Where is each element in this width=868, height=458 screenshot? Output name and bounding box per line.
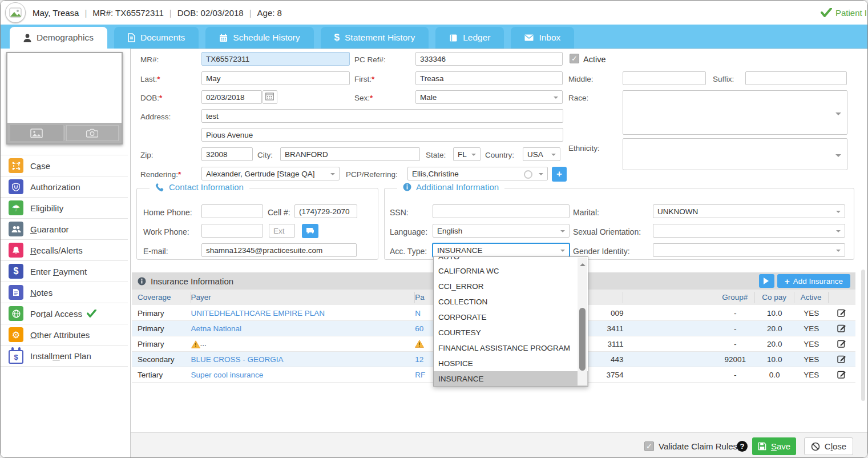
sidebar-item-guarantor[interactable]: Guarantor — [1, 219, 128, 240]
sidebar-item-portal-access[interactable]: Portal Access — [1, 303, 128, 324]
edit-insurance-button[interactable] — [829, 369, 855, 380]
dropdown-item[interactable]: FINANCIAL ASSISTANCE PROGRAM — [434, 340, 588, 356]
dob-label: DOB:* — [140, 94, 162, 102]
dropdown-item[interactable]: CCI_ERROR — [434, 279, 588, 294]
coverage-cell: Primary — [132, 340, 191, 348]
cell-phone-input[interactable]: (174)729-2070 — [294, 204, 357, 218]
sidebar-item-eligibility[interactable]: ☂ Eligibility — [1, 198, 128, 219]
sidebar-item-other-attributes[interactable]: ⚙ Other Attributes — [1, 324, 128, 345]
edit-insurance-button[interactable] — [829, 323, 855, 334]
payer-link[interactable]: ... — [191, 339, 415, 348]
first-name-label: First:* — [354, 75, 374, 83]
col-active[interactable]: Active — [794, 292, 829, 303]
city-input[interactable]: BRANFORD — [280, 147, 420, 161]
mr-input[interactable]: TX65572311 — [201, 52, 350, 66]
address-line1-input[interactable]: test — [201, 109, 563, 123]
acc-type-select[interactable]: INSURANCE — [433, 243, 570, 257]
footer-bar: ✓ Validate Claim Rules ? Save Close — [131, 432, 867, 458]
patient-status-label: Patient I — [835, 8, 867, 18]
sidebar-item-recalls-alerts[interactable]: Recalls/Alerts — [1, 240, 128, 261]
tab-statement-history[interactable]: $ Statement History — [321, 27, 429, 49]
middle-name-input[interactable] — [623, 71, 706, 85]
dropdown-item[interactable]: HOSPICE — [434, 356, 588, 371]
dropdown-item[interactable]: CORPORATE — [434, 310, 588, 325]
scrollbar-thumb[interactable] — [579, 308, 586, 371]
pcp-referring-label: PCP/Referring: — [346, 170, 398, 179]
sidebar-item-case[interactable]: Case — [1, 155, 128, 176]
add-referring-button[interactable]: + — [552, 167, 567, 182]
edit-insurance-button[interactable] — [829, 339, 855, 349]
col-copay[interactable]: Co pay — [755, 292, 794, 303]
col-coverage[interactable]: Coverage — [132, 292, 191, 303]
tab-documents[interactable]: Documents — [114, 27, 199, 49]
policy-id-fragment: 443 — [611, 355, 624, 364]
pcp-referring-combo[interactable]: Ellis,Christine — [407, 167, 548, 180]
gender-identity-select[interactable] — [653, 243, 845, 257]
edit-insurance-button[interactable] — [829, 354, 855, 365]
tab-ledger[interactable]: Ledger — [435, 27, 504, 49]
sex-select[interactable]: Male — [415, 90, 563, 104]
save-button[interactable]: Save — [752, 437, 796, 455]
tab-inbox[interactable]: Inbox — [511, 27, 574, 49]
validate-claim-rules-checkbox[interactable]: ✓ — [644, 441, 654, 451]
marital-select[interactable]: UNKNOWN — [653, 204, 845, 218]
tab-label: Schedule History — [233, 33, 300, 43]
expand-insurance-button[interactable] — [759, 274, 774, 288]
dropdown-item-selected[interactable]: INSURANCE — [434, 371, 588, 387]
zip-input[interactable]: 32008 — [201, 147, 253, 161]
additional-information-legend: Additional Information — [397, 182, 504, 192]
email-input[interactable]: shamna12345@practicesuite.com — [201, 243, 357, 257]
country-select[interactable]: USA — [523, 147, 560, 161]
ssn-input[interactable] — [433, 204, 570, 218]
sidebar-item-label: Notes — [30, 288, 53, 298]
dropdown-item[interactable]: COURTESY — [434, 325, 588, 340]
active-checkbox[interactable]: ✓ — [570, 54, 579, 63]
take-photo-button[interactable] — [66, 125, 119, 141]
tab-schedule-history[interactable]: Schedule History — [205, 27, 313, 49]
first-name-input[interactable]: Treasa — [415, 71, 563, 85]
work-phone-input[interactable] — [201, 224, 263, 238]
state-select[interactable]: FL — [453, 147, 481, 161]
dropdown-item-clipped[interactable]: AUTO — [434, 257, 588, 263]
close-button[interactable]: Close — [804, 437, 853, 455]
payer-link[interactable]: Aetna National — [191, 324, 415, 333]
address-line2-input[interactable]: Pious Avenue — [201, 128, 563, 142]
note-icon — [9, 285, 23, 300]
ext-input[interactable]: Ext — [269, 224, 295, 238]
cell-phone-label: Cell #: — [268, 208, 290, 217]
calendar-picker-button[interactable] — [263, 90, 277, 104]
home-phone-input[interactable] — [201, 204, 263, 218]
sidebar-menu: Case Authorization ☂ Eligibility Guarant… — [1, 155, 128, 367]
sms-chat-button[interactable] — [302, 224, 318, 238]
tab-demographics[interactable]: Demographics — [10, 27, 107, 49]
dropdown-scrollbar[interactable] — [578, 258, 587, 385]
race-select[interactable] — [623, 90, 847, 135]
upload-image-button[interactable] — [10, 125, 63, 141]
last-name-input[interactable]: May — [201, 71, 350, 85]
edit-insurance-button[interactable] — [829, 308, 855, 319]
sidebar-item-notes[interactable]: Notes — [1, 282, 128, 303]
content-scrollbar[interactable] — [861, 270, 865, 401]
payer-link[interactable]: UNITEDHEALTHCARE EMPIRE PLAN — [191, 309, 415, 318]
dob-input[interactable]: 02/03/2018 — [201, 90, 262, 104]
city-label: City: — [257, 151, 273, 159]
calendar-icon — [219, 34, 228, 42]
suffix-input[interactable] — [745, 71, 847, 85]
sidebar-item-installment-plan[interactable]: $ Installment Plan — [1, 345, 128, 367]
help-icon[interactable]: ? — [737, 441, 748, 452]
rendering-select[interactable]: Alexander, Gertrude [Stage QA] — [201, 167, 340, 180]
scroll-up-arrow-icon[interactable] — [580, 260, 586, 266]
pcref-input[interactable]: 333346 — [415, 52, 563, 66]
payer-link[interactable]: BLUE CROSS - GEORGIA — [191, 355, 415, 364]
col-payer[interactable]: Payer — [191, 292, 415, 303]
payer-link[interactable]: Super cool insurance — [191, 371, 415, 379]
col-group[interactable]: Group# — [716, 292, 755, 303]
language-select[interactable]: English — [433, 224, 570, 238]
sidebar-item-enter-payment[interactable]: $ Enter Payment — [1, 261, 128, 282]
ethnicity-select[interactable] — [623, 138, 847, 170]
sidebar-item-authorization[interactable]: Authorization — [1, 176, 128, 198]
dropdown-item[interactable]: CALIFORNIA WC — [434, 263, 588, 279]
sexual-orientation-select[interactable] — [653, 224, 845, 238]
dropdown-item[interactable]: COLLECTION — [434, 294, 588, 310]
add-insurance-button[interactable]: + Add Insurance — [777, 274, 850, 288]
